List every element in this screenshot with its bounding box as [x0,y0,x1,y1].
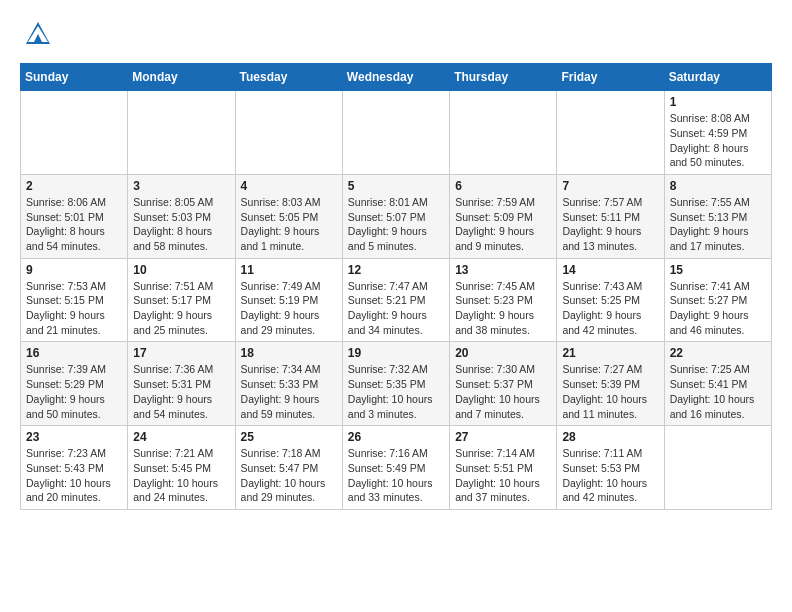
day-number: 15 [670,263,766,277]
day-number: 10 [133,263,229,277]
day-info: Sunrise: 7:49 AM Sunset: 5:19 PM Dayligh… [241,279,337,338]
day-info: Sunrise: 8:03 AM Sunset: 5:05 PM Dayligh… [241,195,337,254]
day-number: 6 [455,179,551,193]
day-info: Sunrise: 7:36 AM Sunset: 5:31 PM Dayligh… [133,362,229,421]
day-number: 21 [562,346,658,360]
day-info: Sunrise: 8:01 AM Sunset: 5:07 PM Dayligh… [348,195,444,254]
header-thursday: Thursday [450,64,557,91]
day-cell [235,91,342,175]
day-cell: 18Sunrise: 7:34 AM Sunset: 5:33 PM Dayli… [235,342,342,426]
day-info: Sunrise: 7:55 AM Sunset: 5:13 PM Dayligh… [670,195,766,254]
day-info: Sunrise: 8:05 AM Sunset: 5:03 PM Dayligh… [133,195,229,254]
day-info: Sunrise: 7:30 AM Sunset: 5:37 PM Dayligh… [455,362,551,421]
week-row-4: 16Sunrise: 7:39 AM Sunset: 5:29 PM Dayli… [21,342,772,426]
calendar-header-row: SundayMondayTuesdayWednesdayThursdayFrid… [21,64,772,91]
day-cell: 23Sunrise: 7:23 AM Sunset: 5:43 PM Dayli… [21,426,128,510]
day-cell: 10Sunrise: 7:51 AM Sunset: 5:17 PM Dayli… [128,258,235,342]
day-info: Sunrise: 8:08 AM Sunset: 4:59 PM Dayligh… [670,111,766,170]
day-number: 12 [348,263,444,277]
day-number: 9 [26,263,122,277]
day-number: 19 [348,346,444,360]
day-cell: 4Sunrise: 8:03 AM Sunset: 5:05 PM Daylig… [235,174,342,258]
day-cell: 2Sunrise: 8:06 AM Sunset: 5:01 PM Daylig… [21,174,128,258]
day-cell: 6Sunrise: 7:59 AM Sunset: 5:09 PM Daylig… [450,174,557,258]
day-cell: 19Sunrise: 7:32 AM Sunset: 5:35 PM Dayli… [342,342,449,426]
day-number: 1 [670,95,766,109]
day-cell: 17Sunrise: 7:36 AM Sunset: 5:31 PM Dayli… [128,342,235,426]
day-info: Sunrise: 7:21 AM Sunset: 5:45 PM Dayligh… [133,446,229,505]
day-cell: 15Sunrise: 7:41 AM Sunset: 5:27 PM Dayli… [664,258,771,342]
header-tuesday: Tuesday [235,64,342,91]
day-cell [664,426,771,510]
day-cell: 12Sunrise: 7:47 AM Sunset: 5:21 PM Dayli… [342,258,449,342]
header-wednesday: Wednesday [342,64,449,91]
day-info: Sunrise: 7:11 AM Sunset: 5:53 PM Dayligh… [562,446,658,505]
day-number: 26 [348,430,444,444]
day-cell: 16Sunrise: 7:39 AM Sunset: 5:29 PM Dayli… [21,342,128,426]
day-cell: 14Sunrise: 7:43 AM Sunset: 5:25 PM Dayli… [557,258,664,342]
page-header [20,20,772,53]
day-info: Sunrise: 8:06 AM Sunset: 5:01 PM Dayligh… [26,195,122,254]
day-number: 27 [455,430,551,444]
day-cell [21,91,128,175]
day-number: 22 [670,346,766,360]
logo [20,20,52,53]
day-cell: 9Sunrise: 7:53 AM Sunset: 5:15 PM Daylig… [21,258,128,342]
day-info: Sunrise: 7:59 AM Sunset: 5:09 PM Dayligh… [455,195,551,254]
day-cell: 25Sunrise: 7:18 AM Sunset: 5:47 PM Dayli… [235,426,342,510]
day-cell: 27Sunrise: 7:14 AM Sunset: 5:51 PM Dayli… [450,426,557,510]
day-number: 28 [562,430,658,444]
header-friday: Friday [557,64,664,91]
logo-icon [24,20,52,48]
day-info: Sunrise: 7:18 AM Sunset: 5:47 PM Dayligh… [241,446,337,505]
day-cell: 26Sunrise: 7:16 AM Sunset: 5:49 PM Dayli… [342,426,449,510]
day-info: Sunrise: 7:27 AM Sunset: 5:39 PM Dayligh… [562,362,658,421]
day-cell: 5Sunrise: 8:01 AM Sunset: 5:07 PM Daylig… [342,174,449,258]
day-cell: 8Sunrise: 7:55 AM Sunset: 5:13 PM Daylig… [664,174,771,258]
day-info: Sunrise: 7:25 AM Sunset: 5:41 PM Dayligh… [670,362,766,421]
week-row-1: 1Sunrise: 8:08 AM Sunset: 4:59 PM Daylig… [21,91,772,175]
day-number: 2 [26,179,122,193]
day-cell: 1Sunrise: 8:08 AM Sunset: 4:59 PM Daylig… [664,91,771,175]
week-row-2: 2Sunrise: 8:06 AM Sunset: 5:01 PM Daylig… [21,174,772,258]
day-number: 13 [455,263,551,277]
day-number: 4 [241,179,337,193]
day-info: Sunrise: 7:41 AM Sunset: 5:27 PM Dayligh… [670,279,766,338]
day-number: 3 [133,179,229,193]
day-cell: 20Sunrise: 7:30 AM Sunset: 5:37 PM Dayli… [450,342,557,426]
day-cell [557,91,664,175]
day-info: Sunrise: 7:51 AM Sunset: 5:17 PM Dayligh… [133,279,229,338]
day-number: 14 [562,263,658,277]
day-info: Sunrise: 7:34 AM Sunset: 5:33 PM Dayligh… [241,362,337,421]
day-number: 11 [241,263,337,277]
day-info: Sunrise: 7:47 AM Sunset: 5:21 PM Dayligh… [348,279,444,338]
day-cell [128,91,235,175]
week-row-3: 9Sunrise: 7:53 AM Sunset: 5:15 PM Daylig… [21,258,772,342]
day-number: 5 [348,179,444,193]
header-saturday: Saturday [664,64,771,91]
day-info: Sunrise: 7:23 AM Sunset: 5:43 PM Dayligh… [26,446,122,505]
day-info: Sunrise: 7:16 AM Sunset: 5:49 PM Dayligh… [348,446,444,505]
day-cell [342,91,449,175]
day-number: 7 [562,179,658,193]
day-cell: 21Sunrise: 7:27 AM Sunset: 5:39 PM Dayli… [557,342,664,426]
day-number: 25 [241,430,337,444]
header-monday: Monday [128,64,235,91]
calendar-table: SundayMondayTuesdayWednesdayThursdayFrid… [20,63,772,510]
day-info: Sunrise: 7:39 AM Sunset: 5:29 PM Dayligh… [26,362,122,421]
day-info: Sunrise: 7:14 AM Sunset: 5:51 PM Dayligh… [455,446,551,505]
day-cell: 3Sunrise: 8:05 AM Sunset: 5:03 PM Daylig… [128,174,235,258]
day-number: 24 [133,430,229,444]
day-number: 8 [670,179,766,193]
week-row-5: 23Sunrise: 7:23 AM Sunset: 5:43 PM Dayli… [21,426,772,510]
day-number: 18 [241,346,337,360]
day-cell: 24Sunrise: 7:21 AM Sunset: 5:45 PM Dayli… [128,426,235,510]
day-cell: 13Sunrise: 7:45 AM Sunset: 5:23 PM Dayli… [450,258,557,342]
day-number: 16 [26,346,122,360]
day-info: Sunrise: 7:43 AM Sunset: 5:25 PM Dayligh… [562,279,658,338]
day-number: 20 [455,346,551,360]
day-cell [450,91,557,175]
day-info: Sunrise: 7:32 AM Sunset: 5:35 PM Dayligh… [348,362,444,421]
day-cell: 28Sunrise: 7:11 AM Sunset: 5:53 PM Dayli… [557,426,664,510]
day-info: Sunrise: 7:53 AM Sunset: 5:15 PM Dayligh… [26,279,122,338]
